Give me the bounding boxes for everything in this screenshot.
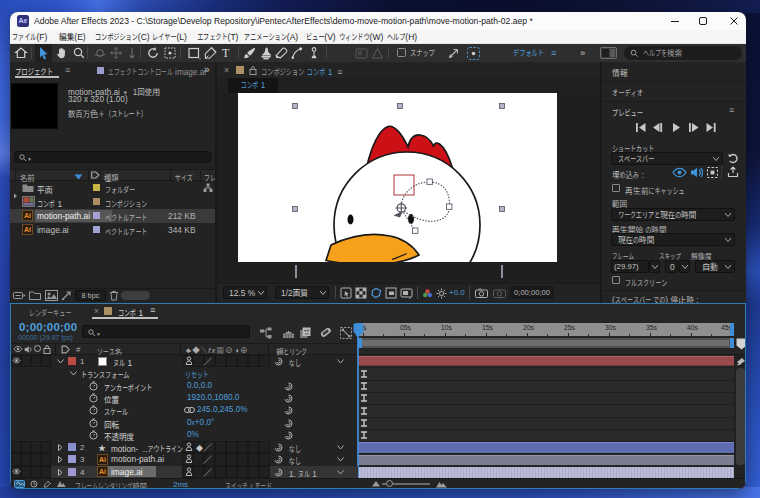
svg-text:Ai: Ai [99, 456, 106, 463]
svg-text:Ai: Ai [99, 468, 106, 475]
svg-text:Ai: Ai [24, 212, 31, 219]
svg-text:Ai: Ai [24, 226, 31, 233]
